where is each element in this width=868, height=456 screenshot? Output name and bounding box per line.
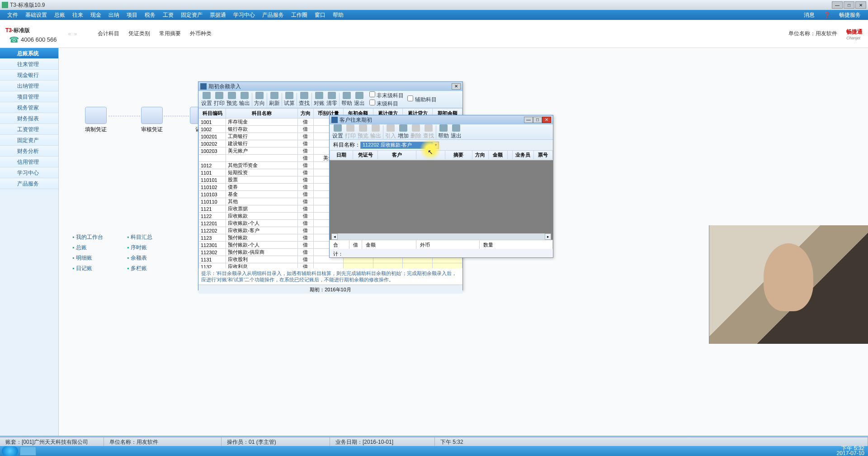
check-leaf[interactable]: 末级科目 bbox=[369, 100, 404, 108]
menu-base[interactable]: 基础设置 bbox=[22, 11, 51, 19]
flow-audit-voucher[interactable]: 审核凭证 bbox=[141, 107, 163, 133]
tb-find[interactable]: 查找 bbox=[298, 92, 311, 107]
sidebar-item-analysis[interactable]: 财务分析 bbox=[0, 146, 58, 157]
tb-settings[interactable]: 设置 bbox=[200, 92, 213, 107]
mouse-cursor-icon: ↖ bbox=[428, 148, 433, 156]
tb-print[interactable]: 打印 bbox=[213, 92, 226, 107]
taskbar-clock[interactable]: 下午 5:322017-07-10 bbox=[837, 446, 864, 456]
status-company: 单位名称：用友软件 bbox=[104, 437, 222, 446]
menu-msg[interactable]: 消息 bbox=[800, 12, 818, 18]
flow-create-voucher[interactable]: 填制凭证 bbox=[85, 107, 107, 133]
menu-cashier[interactable]: 出纳 bbox=[105, 11, 123, 19]
horizontal-scrollbar[interactable]: ◂▸ bbox=[331, 233, 551, 240]
tb-export[interactable]: 输出 bbox=[238, 92, 251, 107]
taskbar-app[interactable] bbox=[20, 446, 36, 456]
account-dropdown-button[interactable]: ▾ bbox=[433, 142, 439, 149]
menu-file[interactable]: 文件 bbox=[4, 11, 22, 19]
link-chrono[interactable]: 序时账 bbox=[127, 244, 152, 252]
tb-refresh[interactable]: 刷新 bbox=[268, 92, 281, 107]
brand-logo: 畅捷通Chanjet bbox=[846, 27, 863, 40]
tray-icon[interactable] bbox=[812, 448, 819, 454]
tb-direction[interactable]: 方向 bbox=[253, 92, 266, 107]
window-close-button[interactable]: ✕ bbox=[452, 83, 461, 90]
tray-icon[interactable] bbox=[796, 448, 802, 454]
menu-project[interactable]: 项目 bbox=[123, 11, 141, 19]
sidebar-item-cash[interactable]: 现金银行 bbox=[0, 70, 58, 81]
status-operator: 操作员：01 (李主管) bbox=[222, 437, 330, 446]
sidebar-item-gl[interactable]: 总账系统 bbox=[0, 48, 58, 59]
minimize-button[interactable]: — bbox=[832, 1, 843, 9]
check-nonleaf[interactable]: 非末级科目 bbox=[369, 91, 404, 100]
menu-service[interactable]: 畅捷服务 bbox=[835, 12, 864, 18]
link-currency[interactable]: 外币种类 bbox=[190, 30, 212, 38]
company-label: 单位名称：用友软件 bbox=[788, 30, 837, 38]
sidebar-item-report[interactable]: 财务报表 bbox=[0, 113, 58, 124]
link-detail[interactable]: 明细账 bbox=[72, 254, 103, 262]
sidebar-item-project[interactable]: 项目管理 bbox=[0, 91, 58, 102]
toolbar2: 设置 打印 预览 输出 引入 增加 删除 查找 帮助 退出 bbox=[330, 124, 553, 140]
link-journal[interactable]: 日记账 bbox=[72, 265, 103, 272]
tray-icon[interactable] bbox=[764, 448, 770, 454]
tb2-export: 输出 bbox=[369, 124, 382, 140]
check-aux[interactable]: 辅助科目 bbox=[407, 95, 436, 104]
tray-icon[interactable] bbox=[788, 448, 794, 454]
detail-grid-header: 日期 凭证号 客户 摘要 方向 金额 业务员 票号 bbox=[330, 150, 553, 160]
tray-icon[interactable] bbox=[804, 448, 811, 454]
menu-work[interactable]: 工作圈 bbox=[288, 11, 311, 19]
menu-gl[interactable]: 总账 bbox=[51, 11, 69, 19]
sidebar-item-learn[interactable]: 学习中心 bbox=[0, 167, 58, 178]
sidebar-item-fa[interactable]: 固定资产 bbox=[0, 135, 58, 146]
menu-window[interactable]: 窗口 bbox=[311, 11, 329, 19]
status-time: 下午 5:32 bbox=[435, 437, 868, 446]
tb-help[interactable]: 帮助 bbox=[340, 92, 353, 107]
menu-product[interactable]: 产品服务 bbox=[259, 11, 288, 19]
menu-help[interactable]: 帮助 bbox=[329, 11, 347, 19]
tb-reconcile[interactable]: 对账 bbox=[313, 92, 326, 107]
window2-close-button[interactable]: ✕ bbox=[542, 117, 551, 123]
link-summary[interactable]: 科目汇总 bbox=[127, 233, 152, 241]
start-button[interactable] bbox=[2, 446, 18, 456]
link-multicol[interactable]: 多栏账 bbox=[127, 265, 152, 272]
sidebar-item-payroll[interactable]: 工资管理 bbox=[0, 124, 58, 135]
tb-clear[interactable]: 清零 bbox=[326, 92, 338, 107]
menu-bill[interactable]: 票据通 bbox=[206, 11, 230, 19]
tb-preview[interactable]: 预览 bbox=[226, 92, 238, 107]
menu-learn[interactable]: 学习中心 bbox=[230, 11, 259, 19]
sidebar-item-product[interactable]: 产品服务 bbox=[0, 178, 58, 189]
link-vouchertype[interactable]: 凭证类别 bbox=[128, 30, 150, 38]
product-logo: T3-标准版 bbox=[5, 23, 57, 35]
tb2-help[interactable]: 帮助 bbox=[437, 124, 450, 140]
period-footer: 期初：2016年10月 bbox=[198, 285, 462, 294]
link-workbench[interactable]: 我的工作台 bbox=[72, 233, 103, 241]
webcam-overlay bbox=[709, 225, 868, 344]
tb2-settings[interactable]: 设置 bbox=[331, 124, 344, 140]
tb-exit[interactable]: 退出 bbox=[353, 92, 366, 107]
window2-max-button[interactable]: □ bbox=[533, 117, 542, 123]
tb2-add[interactable]: 增加 bbox=[397, 124, 410, 140]
link-accounts[interactable]: 会计科目 bbox=[98, 30, 119, 38]
tb2-exit[interactable]: 退出 bbox=[450, 124, 462, 140]
sidebar-item-tax[interactable]: 税务管家 bbox=[0, 102, 58, 113]
menu-payroll[interactable]: 工资 bbox=[159, 11, 177, 19]
link-summary[interactable]: 常用摘要 bbox=[159, 30, 181, 38]
tray-icon[interactable] bbox=[780, 448, 786, 454]
menu-ar[interactable]: 往来 bbox=[69, 11, 87, 19]
tray-icon[interactable] bbox=[772, 448, 778, 454]
menu-tax[interactable]: 税务 bbox=[141, 11, 159, 19]
tb-trial[interactable]: 试算 bbox=[283, 92, 296, 107]
link-balance[interactable]: 余额表 bbox=[127, 254, 152, 262]
tray-icon[interactable] bbox=[821, 448, 827, 454]
maximize-button[interactable]: □ bbox=[844, 1, 854, 9]
sidebar-item-ar[interactable]: 往来管理 bbox=[0, 59, 58, 70]
detail-grid-body[interactable]: ◂▸ bbox=[330, 160, 553, 240]
sidebar-item-cashier[interactable]: 出纳管理 bbox=[0, 81, 58, 91]
menu-help-icon[interactable]: ❓ bbox=[820, 12, 834, 18]
sidebar-item-credit[interactable]: 信用管理 bbox=[0, 157, 58, 167]
link-gl[interactable]: 总账 bbox=[72, 244, 103, 252]
menu-fa[interactable]: 固定资产 bbox=[177, 11, 206, 19]
menu-cash[interactable]: 现金 bbox=[87, 11, 105, 19]
account-input[interactable] bbox=[360, 142, 433, 149]
window2-min-button[interactable]: — bbox=[524, 117, 533, 123]
tray-icon[interactable] bbox=[829, 448, 835, 454]
close-button[interactable]: ✕ bbox=[855, 1, 866, 9]
